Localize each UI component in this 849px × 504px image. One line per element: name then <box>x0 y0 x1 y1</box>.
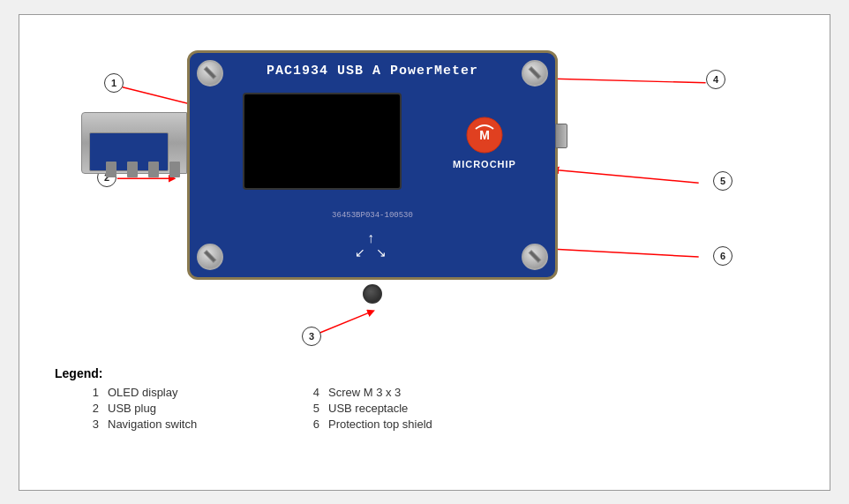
board-title: PAC1934 USB A PowerMeter <box>267 64 478 79</box>
serial-number: 36453BP034-100530 <box>332 211 413 220</box>
usb-pin <box>169 162 180 177</box>
usb-pin <box>148 162 159 177</box>
device-board: PAC1934 USB A PowerMeter M MICROCHIP 364… <box>187 50 558 280</box>
callout-1: 1 <box>104 73 124 93</box>
arrow-right: ↘ <box>376 245 387 260</box>
svg-line-4 <box>314 312 372 335</box>
usb-outer <box>81 112 187 174</box>
usb-pin <box>106 162 116 177</box>
legend-desc-1: OLED display <box>108 386 267 399</box>
usb-receptacle <box>555 124 567 148</box>
callout-3: 3 <box>302 327 321 346</box>
usb-inner <box>89 132 169 171</box>
oled-display <box>243 93 402 190</box>
usb-pin <box>127 162 138 177</box>
screw-bottom-left <box>197 244 223 270</box>
legend-num-4: 4 <box>275 386 319 399</box>
legend-num-5: 5 <box>275 402 319 415</box>
legend-desc-6: Protection top shield <box>328 417 505 431</box>
arrow-left: ↙ <box>355 245 365 260</box>
legend-num-1: 1 <box>72 386 99 399</box>
arrow-row: ↙ ↘ <box>355 245 387 260</box>
screw-top-right <box>522 60 548 87</box>
microchip-logo-text: MICROCHIP <box>453 159 516 169</box>
page-container: 1 2 3 4 5 6 <box>19 14 830 491</box>
diagram-area: 1 2 3 4 5 6 <box>46 33 803 359</box>
usb-plug <box>81 103 192 192</box>
svg-text:M: M <box>479 128 490 142</box>
svg-line-5 <box>537 78 705 82</box>
legend-num-2: 2 <box>72 402 99 415</box>
screw-bottom-right <box>522 244 548 270</box>
arrow-up: ↑ <box>367 231 374 245</box>
navigation-switch[interactable] <box>363 284 382 304</box>
screw-top-left <box>197 60 223 87</box>
svg-line-7 <box>537 248 698 257</box>
callout-6: 6 <box>713 246 733 266</box>
callout-5: 5 <box>713 171 733 191</box>
legend-grid: 1 OLED display 4 Screw M 3 x 3 2 USB plu… <box>55 386 803 431</box>
microchip-logo-icon: M <box>462 113 507 157</box>
callout-4: 4 <box>706 70 725 89</box>
legend-desc-3: Navigation switch <box>108 417 267 431</box>
svg-line-6 <box>555 169 699 183</box>
usb-pins <box>106 162 180 177</box>
legend-desc-2: USB plug <box>108 402 267 415</box>
legend-section: Legend: 1 OLED display 4 Screw M 3 x 3 2… <box>46 366 803 431</box>
legend-desc-4: Screw M 3 x 3 <box>328 386 505 399</box>
legend-title: Legend: <box>55 366 803 380</box>
board-nav-arrows: ↑ ↙ ↘ <box>355 231 387 260</box>
legend-desc-5: USB receptacle <box>328 402 505 415</box>
legend-num-3: 3 <box>72 417 99 431</box>
microchip-logo-area: M MICROCHIP <box>432 106 537 177</box>
legend-num-6: 6 <box>275 417 319 431</box>
